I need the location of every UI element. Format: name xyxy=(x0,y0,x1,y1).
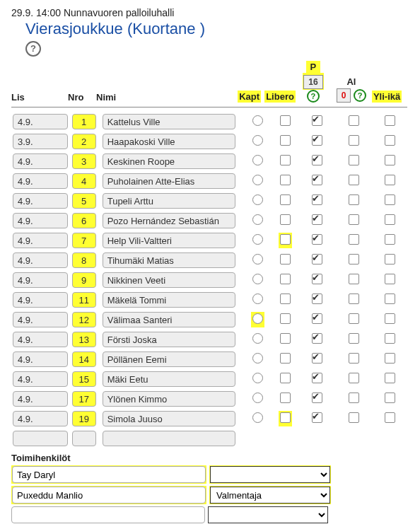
name-input[interactable] xyxy=(103,332,235,347)
lis-input[interactable] xyxy=(13,371,68,387)
captain-radio[interactable] xyxy=(252,234,263,245)
libero-checkbox[interactable] xyxy=(280,274,291,284)
help-icon[interactable]: ? xyxy=(25,41,41,57)
name-input[interactable] xyxy=(103,193,235,209)
lis-input[interactable] xyxy=(13,213,68,228)
lis-input[interactable] xyxy=(13,233,68,248)
p-checkbox[interactable] xyxy=(312,115,322,126)
captain-radio[interactable] xyxy=(252,135,263,146)
name-input[interactable] xyxy=(103,114,235,129)
yli-checkbox[interactable] xyxy=(385,214,395,225)
al-checkbox[interactable] xyxy=(349,333,359,344)
name-input[interactable] xyxy=(103,292,235,308)
captain-radio[interactable] xyxy=(252,293,263,304)
nro-input[interactable] xyxy=(72,213,96,228)
al-checkbox[interactable] xyxy=(349,115,359,126)
p-checkbox[interactable] xyxy=(312,194,322,205)
nro-input[interactable] xyxy=(72,371,96,387)
al-checkbox[interactable] xyxy=(349,313,359,324)
yli-checkbox[interactable] xyxy=(385,155,395,165)
name-input[interactable] xyxy=(103,272,235,288)
name-input[interactable] xyxy=(103,173,235,189)
al-checkbox[interactable] xyxy=(349,234,359,245)
nro-input[interactable] xyxy=(72,233,96,248)
nro-input[interactable] xyxy=(72,193,96,209)
al-checkbox[interactable] xyxy=(349,155,359,165)
name-input[interactable] xyxy=(103,252,235,268)
official-name-input[interactable] xyxy=(11,506,205,523)
yli-checkbox[interactable] xyxy=(385,234,395,245)
yli-checkbox[interactable] xyxy=(385,353,395,364)
official-role-select[interactable] xyxy=(210,466,330,483)
name-input[interactable] xyxy=(103,411,235,426)
yli-checkbox[interactable] xyxy=(385,194,395,205)
libero-checkbox[interactable] xyxy=(280,393,291,403)
lis-input[interactable] xyxy=(13,252,68,268)
name-input[interactable] xyxy=(103,233,235,248)
al-checkbox[interactable] xyxy=(349,214,359,225)
libero-checkbox[interactable] xyxy=(280,155,291,165)
lis-input[interactable] xyxy=(13,193,68,209)
captain-radio[interactable] xyxy=(252,313,263,324)
p-checkbox[interactable] xyxy=(312,234,322,245)
libero-checkbox[interactable] xyxy=(280,412,291,423)
libero-checkbox[interactable] xyxy=(280,135,291,146)
libero-checkbox[interactable] xyxy=(280,234,291,245)
libero-checkbox[interactable] xyxy=(280,115,291,126)
p-checkbox[interactable] xyxy=(312,214,322,225)
official-name-input[interactable] xyxy=(12,487,206,504)
p-checkbox[interactable] xyxy=(312,254,322,264)
p-checkbox[interactable] xyxy=(312,393,322,403)
p-checkbox[interactable] xyxy=(312,175,322,185)
nro-input[interactable] xyxy=(72,292,96,308)
name-input[interactable] xyxy=(103,312,235,327)
captain-radio[interactable] xyxy=(252,194,263,205)
help-icon[interactable]: ? xyxy=(307,90,320,103)
yli-checkbox[interactable] xyxy=(385,293,395,304)
libero-checkbox[interactable] xyxy=(280,293,291,304)
lis-input[interactable] xyxy=(13,391,68,407)
lis-input[interactable] xyxy=(13,332,68,347)
al-checkbox[interactable] xyxy=(349,373,359,383)
official-role-select[interactable] xyxy=(208,506,328,523)
captain-radio[interactable] xyxy=(252,254,263,264)
lis-input[interactable] xyxy=(13,134,68,149)
p-checkbox[interactable] xyxy=(312,135,322,146)
official-name-input[interactable] xyxy=(12,466,206,483)
p-checkbox[interactable] xyxy=(312,353,322,364)
nro-input[interactable] xyxy=(72,312,96,327)
name-input[interactable] xyxy=(103,431,235,446)
name-input[interactable] xyxy=(103,351,235,367)
al-checkbox[interactable] xyxy=(349,274,359,284)
lis-input[interactable] xyxy=(13,292,68,308)
al-checkbox[interactable] xyxy=(349,412,359,423)
yli-checkbox[interactable] xyxy=(385,333,395,344)
libero-checkbox[interactable] xyxy=(280,175,291,185)
nro-input[interactable] xyxy=(72,153,96,169)
p-checkbox[interactable] xyxy=(312,313,322,324)
libero-checkbox[interactable] xyxy=(280,353,291,364)
libero-checkbox[interactable] xyxy=(280,194,291,205)
captain-radio[interactable] xyxy=(252,353,263,364)
lis-input[interactable] xyxy=(13,173,68,189)
yli-checkbox[interactable] xyxy=(385,115,395,126)
libero-checkbox[interactable] xyxy=(280,214,291,225)
lis-input[interactable] xyxy=(13,431,68,446)
p-checkbox[interactable] xyxy=(312,274,322,284)
al-checkbox[interactable] xyxy=(349,135,359,146)
al-checkbox[interactable] xyxy=(349,175,359,185)
p-checkbox[interactable] xyxy=(312,412,322,423)
lis-input[interactable] xyxy=(13,153,68,169)
p-checkbox[interactable] xyxy=(312,373,322,383)
captain-radio[interactable] xyxy=(252,393,263,403)
captain-radio[interactable] xyxy=(252,333,263,344)
nro-input[interactable] xyxy=(72,252,96,268)
yli-checkbox[interactable] xyxy=(385,274,395,284)
yli-checkbox[interactable] xyxy=(385,175,395,185)
nro-input[interactable] xyxy=(72,351,96,367)
nro-input[interactable] xyxy=(72,173,96,189)
al-checkbox[interactable] xyxy=(349,393,359,403)
yli-checkbox[interactable] xyxy=(385,313,395,324)
official-role-select[interactable]: Valmentaja xyxy=(210,487,330,504)
yli-checkbox[interactable] xyxy=(385,393,395,403)
